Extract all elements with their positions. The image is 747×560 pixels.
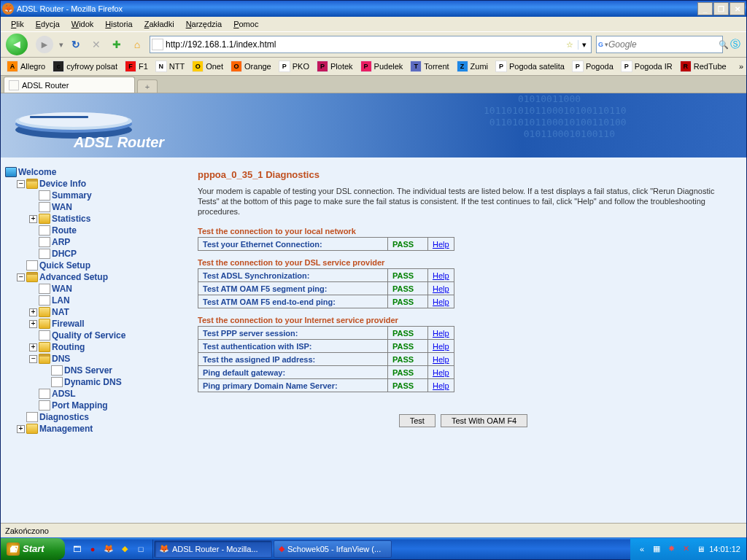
menu-edycja[interactable]: Edycja [30, 18, 66, 30]
help-link[interactable]: Help [433, 368, 449, 377]
ql-firefox-icon[interactable]: 🦊 [101, 542, 116, 556]
search-input[interactable] [608, 39, 719, 50]
collapse-icon[interactable]: − [17, 273, 25, 281]
collapse-icon[interactable]: − [29, 355, 37, 363]
tray-icon[interactable]: ✸ [665, 543, 677, 555]
back-button[interactable]: ◄ [4, 32, 30, 57]
tree-as-nat[interactable]: +NAT [29, 306, 187, 318]
tray-icon[interactable]: 🖥 [694, 543, 706, 555]
minimize-button[interactable]: _ [697, 2, 713, 15]
restore-button[interactable]: ❐ [713, 2, 729, 15]
tray-chevron-icon[interactable]: « [636, 543, 648, 555]
bookmark-cyfrowy-polsat[interactable]: ccyfrowy polsat [50, 59, 120, 74]
url-input[interactable] [166, 39, 566, 50]
svg-point-3 [19, 112, 128, 127]
taskbar-item-irfanview[interactable]: ◆ Schowek05 - IrfanView (... [274, 540, 392, 558]
tree-advanced-setup[interactable]: −Advanced Setup [17, 271, 187, 283]
reload-button[interactable]: ↻ [68, 36, 84, 52]
clock[interactable]: 14:01:12 [709, 545, 740, 553]
help-link[interactable]: Help [433, 298, 449, 306]
tree-quick-setup[interactable]: Quick Setup [17, 260, 187, 271]
search-engine-icon[interactable]: G [598, 39, 603, 50]
test-button[interactable]: Test [399, 414, 436, 427]
menu-plik[interactable]: Plik [5, 18, 30, 30]
help-link[interactable]: Help [433, 329, 449, 338]
bookmark-star-icon[interactable]: ☆ [566, 40, 578, 50]
tree-diagnostics[interactable]: Diagnostics [17, 411, 187, 423]
tree-as-lan[interactable]: LAN [29, 295, 187, 306]
menu-pomoc[interactable]: Pomoc [228, 18, 264, 30]
tree-as-dns[interactable]: −DNS [29, 353, 187, 365]
tree-as-dyndns[interactable]: Dynamic DNS [42, 376, 187, 388]
tray-icon[interactable]: ▦ [651, 543, 662, 555]
skype-icon[interactable]: Ⓢ [727, 36, 743, 52]
bookmark-ntt[interactable]: NNTT [152, 59, 187, 74]
bookmark-pudelek[interactable]: PPudelek [357, 59, 406, 74]
expand-icon[interactable]: + [29, 215, 37, 223]
help-link[interactable]: Help [433, 355, 449, 364]
tree-as-firewall[interactable]: +Firewall [29, 318, 187, 330]
tree-summary[interactable]: Summary [29, 190, 187, 201]
tree-management[interactable]: +Management [17, 423, 187, 435]
expand-icon[interactable]: + [17, 425, 25, 433]
bookmark-pko[interactable]: PPKO [276, 59, 312, 74]
ql-icon[interactable]: ● [85, 542, 100, 556]
menu-zakładki[interactable]: Zakładki [139, 18, 180, 30]
tree-as-wan[interactable]: WAN [29, 283, 187, 295]
expand-icon[interactable]: + [29, 343, 37, 351]
stop-button[interactable]: ✕ [88, 36, 104, 52]
tree-device-info[interactable]: −Device Info [17, 178, 187, 190]
bookmark-f1[interactable]: FF1 [122, 59, 151, 74]
start-button[interactable]: ⊞ Start [1, 538, 65, 560]
url-box[interactable]: ☆ ▾ [150, 36, 592, 53]
search-box[interactable]: G▾ 🔍 [596, 36, 723, 53]
tree-as-portmap[interactable]: Port Mapping [29, 400, 187, 411]
bookmark-redtube[interactable]: RRedTube [677, 59, 729, 74]
test-with-oam-button[interactable]: Test With OAM F4 [441, 414, 527, 427]
tree-arp[interactable]: ARP [29, 236, 187, 248]
help-link[interactable]: Help [433, 381, 449, 390]
url-dropdown-icon[interactable]: ▾ [578, 40, 589, 50]
ql-icon[interactable]: ◆ [117, 542, 132, 556]
table-dsl-provider: Test ADSL Synchronization:PASSHelpTest A… [198, 268, 454, 308]
bookmark-allegro[interactable]: AAllegro [4, 59, 48, 74]
tree-statistics[interactable]: +Statistics [29, 213, 187, 225]
tree-route[interactable]: Route [29, 225, 187, 236]
add-bookmark-button[interactable]: ✚ [109, 36, 125, 52]
bookmark-plotek[interactable]: PPlotek [314, 59, 356, 74]
close-button[interactable]: ✕ [729, 2, 745, 15]
show-desktop-icon[interactable]: 🗔 [69, 542, 84, 556]
tree-wan[interactable]: WAN [29, 201, 187, 213]
tree-as-adsl[interactable]: ADSL [29, 388, 187, 400]
ql-totalcmd-icon[interactable]: □ [133, 542, 148, 556]
tree-welcome[interactable]: Welcome [5, 166, 187, 178]
tray-icon[interactable]: ✕ [680, 543, 692, 555]
bookmark-orange[interactable]: OOrange [228, 59, 274, 74]
bookmark-pogoda-ir[interactable]: PPogoda IR [618, 59, 676, 74]
bookmark-onet[interactable]: OOnet [189, 59, 226, 74]
menu-narzędzia[interactable]: Narzędzia [180, 18, 228, 30]
home-button[interactable]: ⌂ [129, 36, 145, 52]
tree-dhcp[interactable]: DHCP [29, 248, 187, 260]
collapse-icon[interactable]: − [17, 180, 25, 188]
tree-as-qos[interactable]: Quality of Service [29, 330, 187, 341]
tree-as-dns-server[interactable]: DNS Server [42, 365, 187, 376]
tree-as-routing[interactable]: +Routing [29, 341, 187, 353]
bookmark-torrent[interactable]: TTorrent [407, 59, 452, 74]
expand-icon[interactable]: + [29, 320, 37, 328]
help-link[interactable]: Help [433, 342, 449, 351]
bookmarks-overflow-icon[interactable]: » [739, 62, 743, 71]
new-tab-button[interactable]: + [137, 79, 158, 93]
bookmark-zumi[interactable]: ZZumi [454, 59, 491, 74]
menu-historia[interactable]: Historia [99, 18, 138, 30]
help-link[interactable]: Help [433, 284, 449, 293]
expand-icon[interactable]: + [29, 308, 37, 316]
bookmark-pogoda-satelita[interactable]: PPogoda satelita [492, 59, 568, 74]
menu-widok[interactable]: Widok [66, 18, 100, 30]
taskbar-item-firefox[interactable]: 🦊 ADSL Router - Mozilla... [154, 540, 272, 558]
help-link[interactable]: Help [433, 240, 449, 249]
bookmark-pogoda[interactable]: PPogoda [569, 59, 616, 74]
test-name: Test ATM OAM F5 end-to-end ping: [198, 295, 388, 308]
help-link[interactable]: Help [433, 271, 449, 280]
tab-adsl-router[interactable]: ADSL Router [4, 77, 135, 93]
